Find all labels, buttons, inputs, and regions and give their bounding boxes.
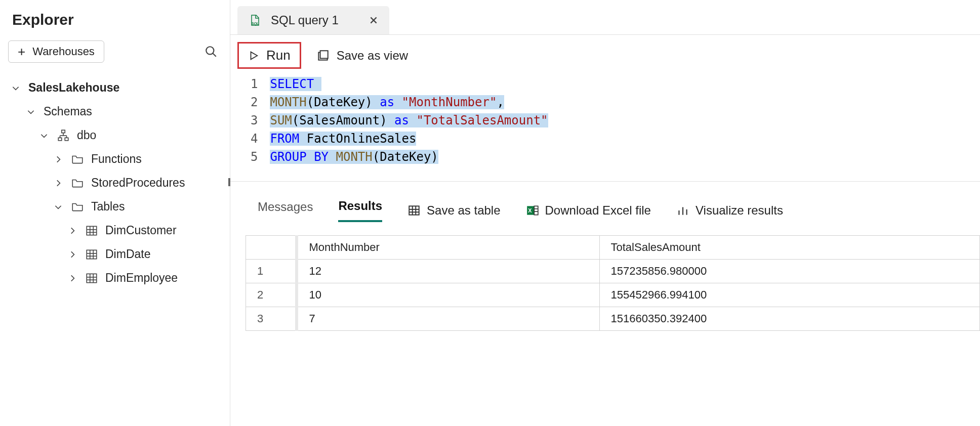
sql-file-icon: SQL: [249, 14, 261, 26]
svg-point-0: [206, 47, 214, 54]
editor-code[interactable]: SELECT MONTH(DateKey) as "MonthNumber", …: [270, 75, 548, 166]
chevron-down-icon: [26, 107, 35, 116]
cell: 10: [297, 283, 600, 307]
svg-rect-2: [62, 130, 65, 133]
table-icon: [85, 272, 98, 285]
editor-gutter: 1 2 3 4 5: [230, 75, 270, 166]
svg-text:X: X: [528, 207, 532, 214]
column-header[interactable]: MonthNumber: [297, 236, 600, 260]
code-line: SUM(SalesAmount) as "TotalSalesAmount": [270, 111, 548, 130]
table-icon: [85, 224, 98, 237]
save-as-view-label: Save as view: [337, 49, 408, 63]
tree-label: Tables: [91, 200, 125, 214]
code-line: SELECT: [270, 75, 548, 93]
save-view-icon: [316, 49, 330, 62]
tree-node-tables[interactable]: Tables: [0, 195, 230, 219]
chevron-right-icon: [54, 179, 63, 188]
tree-node-dbo[interactable]: dbo: [0, 123, 230, 147]
results-grid[interactable]: MonthNumber TotalSalesAmount 1 12 157235…: [246, 235, 980, 331]
query-toolbar: Run Save as view: [230, 35, 980, 74]
svg-rect-3: [58, 138, 62, 140]
run-label: Run: [266, 48, 291, 63]
tree-label: dbo: [77, 129, 96, 142]
tree-label: DimDate: [105, 247, 150, 261]
code-line: MONTH(DateKey) as "MonthNumber",: [270, 93, 548, 111]
warehouses-label: Warehouses: [32, 45, 95, 58]
download-excel-label: Download Excel file: [545, 203, 651, 218]
svg-rect-30: [409, 206, 419, 215]
table-row[interactable]: 2 10 155452966.994100: [246, 283, 980, 307]
tab-messages[interactable]: Messages: [258, 200, 313, 221]
column-header[interactable]: TotalSalesAmount: [599, 236, 980, 260]
visualize-results-button[interactable]: Visualize results: [676, 203, 783, 218]
tab-results[interactable]: Results: [338, 199, 382, 222]
save-as-table-label: Save as table: [427, 203, 500, 218]
line-number: 1: [251, 75, 258, 93]
tree-node-dimemployee[interactable]: DimEmployee: [0, 266, 230, 290]
warehouses-button[interactable]: + Warehouses: [8, 40, 104, 63]
editor-tab-sql-query-1[interactable]: SQL SQL query 1: [237, 6, 389, 34]
search-icon[interactable]: [205, 45, 218, 58]
svg-rect-37: [534, 206, 538, 215]
visualize-results-label: Visualize results: [696, 203, 783, 218]
chevron-down-icon: [54, 202, 63, 211]
tree-label: DimEmployee: [105, 271, 178, 285]
sql-editor[interactable]: 1 2 3 4 5 SELECT MONTH(DateKey) as "Mont…: [230, 74, 980, 181]
save-as-view-button[interactable]: Save as view: [316, 49, 408, 63]
chevron-down-icon: [11, 83, 20, 93]
folder-icon: [71, 200, 84, 214]
download-excel-button[interactable]: X Download Excel file: [526, 203, 651, 218]
line-number: 4: [251, 130, 258, 148]
tree-label: DimCustomer: [105, 224, 177, 237]
tree-label: Schemas: [44, 105, 92, 118]
svg-rect-29: [320, 51, 328, 58]
cell: 155452966.994100: [599, 283, 980, 307]
bar-chart-icon: [676, 204, 689, 217]
tree-node-schemas[interactable]: Schemas: [0, 100, 230, 123]
cell: 151660350.392400: [599, 307, 980, 331]
save-as-table-button[interactable]: Save as table: [407, 203, 500, 218]
run-button[interactable]: Run: [237, 42, 301, 69]
folder-icon: [71, 177, 84, 190]
tree-node-saleslakehouse[interactable]: SalesLakehouse: [0, 76, 230, 100]
tree-node-dimdate[interactable]: DimDate: [0, 242, 230, 266]
svg-line-1: [213, 53, 216, 57]
tree-label: StoredProcedures: [91, 176, 185, 190]
table-icon: [407, 204, 421, 217]
svg-rect-14: [87, 250, 97, 259]
explorer-panel: Explorer + Warehouses SalesLakehouse Sch…: [0, 0, 230, 426]
cell: 157235856.980000: [599, 260, 980, 283]
svg-marker-27: [251, 52, 258, 59]
tree-label: Functions: [91, 152, 142, 166]
table-row[interactable]: 1 12 157235856.980000: [246, 260, 980, 283]
svg-text:SQL: SQL: [252, 22, 259, 26]
table-row[interactable]: 3 7 151660350.392400: [246, 307, 980, 331]
plus-icon: +: [18, 45, 25, 58]
line-number: 2: [251, 93, 258, 111]
chevron-right-icon: [68, 274, 77, 283]
row-number: 3: [246, 307, 297, 331]
tree-node-dimcustomer[interactable]: DimCustomer: [0, 219, 230, 242]
object-tree: SalesLakehouse Schemas dbo Functions Sto…: [0, 71, 230, 290]
svg-rect-4: [65, 138, 68, 140]
close-icon[interactable]: [369, 16, 378, 25]
svg-rect-9: [87, 226, 97, 235]
cell: 7: [297, 307, 600, 331]
table-header-row: MonthNumber TotalSalesAmount: [246, 236, 980, 260]
rownum-header: [246, 236, 297, 260]
tab-label: SQL query 1: [271, 13, 339, 27]
code-line: FROM FactOnlineSales: [270, 130, 548, 148]
chevron-down-icon: [39, 131, 49, 140]
row-number: 1: [246, 260, 297, 283]
code-line: GROUP BY MONTH(DateKey): [270, 148, 548, 166]
tree-node-storedprocedures[interactable]: StoredProcedures: [0, 171, 230, 195]
schema-icon: [57, 129, 70, 142]
chevron-right-icon: [68, 250, 77, 259]
warehouses-row: + Warehouses: [0, 40, 230, 71]
tree-label: SalesLakehouse: [28, 81, 119, 95]
pane-splitter[interactable]: [230, 181, 980, 182]
play-icon: [248, 50, 259, 61]
line-number: 3: [251, 111, 258, 130]
tree-node-functions[interactable]: Functions: [0, 147, 230, 171]
cell: 12: [297, 260, 600, 283]
